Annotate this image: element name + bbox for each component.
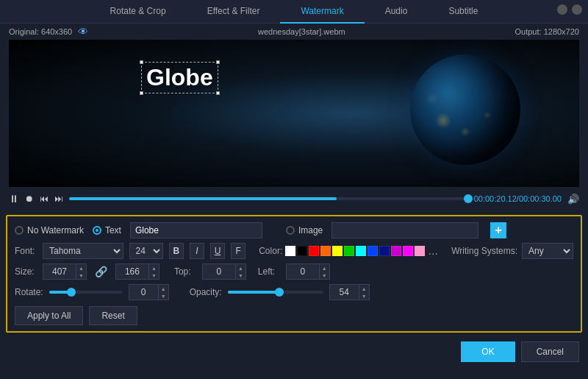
color-swatch-darkblue[interactable] <box>379 246 390 256</box>
italic-button[interactable]: I <box>190 243 204 259</box>
bottom-bar: OK Cancel <box>0 337 588 366</box>
color-swatch-purple[interactable] <box>391 246 401 256</box>
original-resolution: Original: 640x360 <box>9 27 72 36</box>
action-buttons-row: Apply to All Reset <box>15 306 573 325</box>
rotate-slider-thumb[interactable] <box>67 288 76 297</box>
size-height-down[interactable]: ▼ <box>149 272 159 279</box>
reset-button[interactable]: Reset <box>89 306 137 325</box>
apply-to-all-button[interactable]: Apply to All <box>15 306 83 325</box>
image-option[interactable]: Image <box>286 225 323 235</box>
rotate-slider-track[interactable] <box>49 291 123 294</box>
rotate-spinbox: ▲ ▼ <box>129 284 169 300</box>
next-frame-button[interactable]: ⏭ <box>54 194 63 204</box>
opacity-slider-fill <box>228 291 279 294</box>
color-swatch-black[interactable] <box>297 246 307 256</box>
size-width-down[interactable]: ▼ <box>76 272 86 279</box>
resize-handle-tr[interactable] <box>216 60 220 64</box>
color-swatch-magenta[interactable] <box>403 246 413 256</box>
color-label: Color: <box>259 246 282 256</box>
volume-icon[interactable]: 🔊 <box>567 194 579 205</box>
font-settings-row: Font: Tahoma 24 B I U F Color: … <box>15 243 573 259</box>
opacity-up[interactable]: ▲ <box>359 285 369 292</box>
text-option[interactable]: Text <box>93 225 121 235</box>
watermark-overlay[interactable]: Globe <box>141 62 218 93</box>
time-total: 00:00:30.00 <box>519 194 562 203</box>
tab-audio[interactable]: Audio <box>365 0 429 24</box>
color-swatch-green[interactable] <box>344 246 354 256</box>
writing-systems-section: Writing Systems: Any <box>451 243 573 259</box>
writing-systems-label: Writing Systems: <box>451 246 517 256</box>
left-input[interactable] <box>286 263 319 280</box>
earth-visual <box>410 54 520 165</box>
opacity-slider-track[interactable] <box>228 291 323 294</box>
top-arrows: ▲ ▼ <box>235 263 246 280</box>
rotate-up[interactable]: ▲ <box>159 285 168 292</box>
eye-icon[interactable]: 👁 <box>78 26 88 38</box>
strikethrough-button[interactable]: F <box>231 243 245 259</box>
rotate-opacity-row: Rotate: ▲ ▼ Opacity: ▲ ▼ <box>15 284 573 300</box>
link-dimensions-icon[interactable]: 🔗 <box>95 266 107 277</box>
top-up[interactable]: ▲ <box>236 264 245 272</box>
prev-frame-button[interactable]: ⏮ <box>40 194 49 204</box>
font-name-select[interactable]: Tahoma <box>43 243 123 259</box>
image-path-input[interactable] <box>331 222 478 238</box>
top-input[interactable] <box>202 263 235 280</box>
cancel-button[interactable]: Cancel <box>521 341 579 362</box>
underline-button[interactable]: U <box>210 243 225 259</box>
color-swatch-orange[interactable] <box>320 246 331 256</box>
top-label: Top: <box>174 266 196 277</box>
image-label: Image <box>298 225 323 235</box>
tab-watermark[interactable]: Watermark <box>280 0 364 24</box>
left-down[interactable]: ▼ <box>320 272 329 279</box>
ok-button[interactable]: OK <box>461 341 514 362</box>
left-label: Left: <box>258 266 280 277</box>
rotate-input[interactable] <box>129 284 158 300</box>
left-up[interactable]: ▲ <box>320 264 329 272</box>
size-width-spinbox: ▲ ▼ <box>43 263 87 280</box>
watermark-text-input[interactable] <box>130 222 262 238</box>
size-position-row: Size: ▲ ▼ 🔗 ▲ ▼ Top: ▲ ▼ Left: <box>15 263 573 280</box>
opacity-down[interactable]: ▼ <box>359 292 369 300</box>
size-height-input[interactable] <box>115 263 148 280</box>
text-radio[interactable] <box>93 226 101 235</box>
playback-bar: ⏸ ⏺ ⏮ ⏭ 00:00:20.12/00:00:30.00 🔊 <box>0 187 588 210</box>
video-info-bar: Original: 640x360 👁 wednesday[3star].web… <box>0 24 588 40</box>
color-swatch-blue[interactable] <box>368 246 378 256</box>
no-watermark-radio[interactable] <box>15 226 24 235</box>
color-swatch-red[interactable] <box>309 246 319 256</box>
writing-systems-select[interactable]: Any <box>522 243 573 259</box>
minimize-button[interactable]: — <box>557 4 567 15</box>
font-label: Font: <box>15 246 37 256</box>
tab-effect-filter[interactable]: Effect & Filter <box>187 0 281 24</box>
color-swatch-white[interactable] <box>285 246 295 256</box>
size-label: Size: <box>15 266 37 277</box>
image-radio[interactable] <box>286 226 295 235</box>
stop-button[interactable]: ⏺ <box>25 194 34 204</box>
progress-thumb[interactable] <box>464 194 473 203</box>
resize-handle-bl[interactable] <box>140 91 143 95</box>
opacity-input[interactable] <box>329 284 359 300</box>
rotate-down[interactable]: ▼ <box>159 292 168 300</box>
watermark-text-display: Globe <box>146 64 213 91</box>
pause-button[interactable]: ⏸ <box>9 193 19 205</box>
progress-track[interactable] <box>69 197 468 200</box>
more-colors-button[interactable]: … <box>428 245 438 257</box>
add-image-button[interactable]: + <box>490 222 506 238</box>
color-swatch-cyan[interactable] <box>356 246 366 256</box>
color-swatch-yellow[interactable] <box>332 246 343 256</box>
tab-rotate-crop[interactable]: Rotate & Crop <box>90 0 187 24</box>
resize-handle-tl[interactable] <box>140 60 143 64</box>
resize-handle-br[interactable] <box>216 91 220 95</box>
size-width-input[interactable] <box>43 263 76 280</box>
size-width-up[interactable]: ▲ <box>76 264 86 272</box>
close-button[interactable]: ✕ <box>572 4 582 15</box>
top-down[interactable]: ▼ <box>236 272 245 279</box>
opacity-slider-thumb[interactable] <box>275 288 284 297</box>
font-size-select[interactable]: 24 <box>129 243 163 259</box>
tab-subtitle[interactable]: Subtitle <box>428 0 498 24</box>
size-width-arrows: ▲ ▼ <box>76 263 87 280</box>
color-swatch-pink[interactable] <box>415 246 425 256</box>
no-watermark-option[interactable]: No Watermark <box>15 225 84 235</box>
size-height-up[interactable]: ▲ <box>149 264 159 272</box>
bold-button[interactable]: B <box>169 243 184 259</box>
